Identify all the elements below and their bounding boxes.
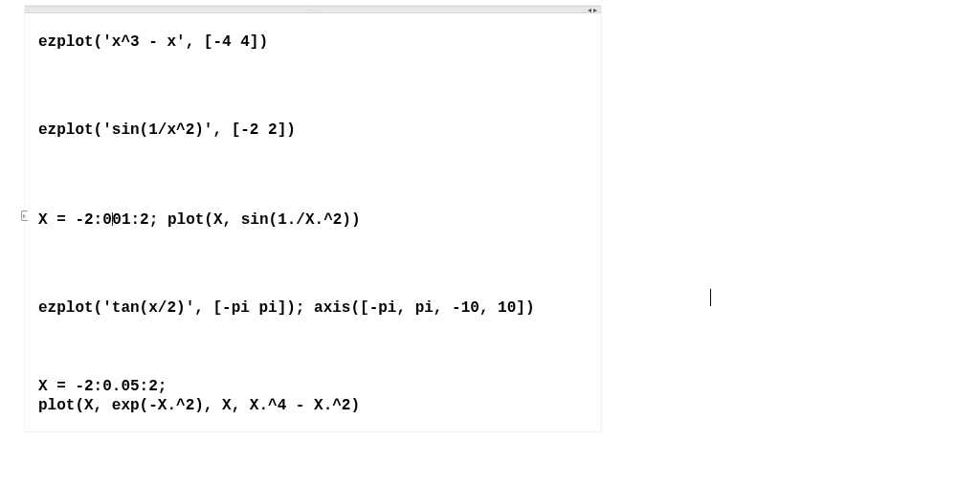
text-cursor <box>710 289 711 306</box>
code-cell[interactable]: ezplot('sin(1/x^2)', [-2 2]) <box>38 121 588 140</box>
panel-content: ezplot('x^3 - x', [-4 4]) ezplot('sin(1/… <box>25 13 601 425</box>
nav-right-icon[interactable]: ▸ <box>593 7 598 14</box>
code-panel: ···· ◂ ▸ ezplot('x^3 - x', [-4 4]) ezplo… <box>25 6 601 431</box>
code-line[interactable]: plot(X, exp(-X.^2), X, X.^4 - X.^2) <box>38 396 588 415</box>
code-line[interactable]: ezplot('x^3 - x', [-4 4]) <box>38 33 588 52</box>
code-line[interactable]: X = -2:001:2; plot(X, sin(1./X.^2)) <box>38 209 588 230</box>
titlebar-nav: ◂ ▸ <box>588 7 598 14</box>
code-cell[interactable]: ezplot('x^3 - x', [-4 4]) <box>38 33 588 52</box>
panel-titlebar[interactable]: ···· ◂ ▸ <box>25 6 601 13</box>
code-cell[interactable]: ezplot('tan(x/2)', [-pi pi]); axis([-pi,… <box>38 298 588 318</box>
drag-handle-dots[interactable]: ···· <box>308 7 319 12</box>
code-cell[interactable]: X = -2:001:2; plot(X, sin(1./X.^2)) <box>38 209 588 230</box>
code-line[interactable]: ezplot('tan(x/2)', [-pi pi]); axis([-pi,… <box>38 298 588 318</box>
nav-left-icon[interactable]: ◂ <box>588 7 592 14</box>
code-cell[interactable]: X = -2:0.05:2; plot(X, exp(-X.^2), X, X.… <box>38 377 588 415</box>
code-line[interactable]: ezplot('sin(1/x^2)', [-2 2]) <box>38 121 588 140</box>
code-line[interactable]: X = -2:0.05:2; <box>38 377 588 396</box>
cell-run-marker-icon[interactable] <box>17 209 31 222</box>
